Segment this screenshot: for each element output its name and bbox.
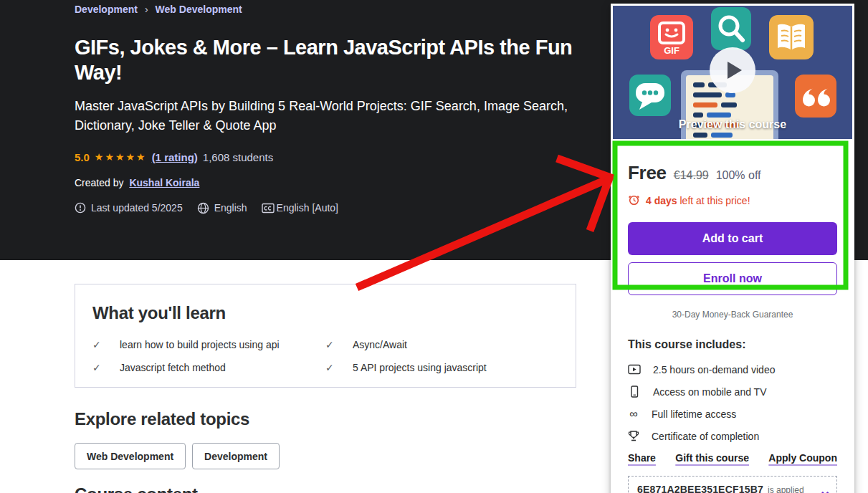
rating-count-link[interactable]: (1 rating): [152, 151, 198, 163]
instructor-link[interactable]: Kushal Koirala: [129, 177, 199, 188]
course-captions: English [Auto]: [277, 202, 338, 214]
original-price: €14.99: [674, 169, 709, 182]
rating-value: 5.0: [75, 151, 90, 163]
star-rating-icon: ★★★★★: [95, 151, 147, 163]
breadcrumb-development[interactable]: Development: [75, 4, 138, 15]
svg-text:GIF: GIF: [664, 45, 679, 56]
includes-item: ∞ Full lifetime access: [628, 408, 837, 420]
sidebar-links-row: Share Gift this course Apply Coupon: [628, 452, 837, 464]
learn-item-label: 5 API projects using javascript: [353, 362, 487, 373]
includes-label: Certificate of completion: [652, 431, 759, 442]
trophy-icon: [628, 430, 639, 442]
current-price: Free: [628, 162, 667, 184]
search-icon: [711, 7, 751, 50]
includes-label: 2.5 hours on-demand video: [653, 364, 775, 375]
chat-icon: [629, 75, 671, 116]
course-language: English: [214, 202, 247, 214]
breadcrumb-separator-icon: ›: [145, 4, 148, 15]
share-link[interactable]: Share: [628, 452, 656, 464]
learn-item-label: Javascript fetch method: [120, 362, 226, 373]
quote-icon: [795, 75, 836, 118]
includes-item: Certificate of completion: [628, 430, 837, 442]
learn-item-label: Async/Await: [353, 339, 407, 350]
check-icon: ✓: [325, 362, 335, 373]
created-by-row: Created by Kushal Koirala: [75, 177, 580, 188]
check-icon: ✓: [325, 339, 335, 350]
course-preview-video[interactable]: GIF: [613, 6, 852, 139]
check-icon: ✓: [92, 362, 102, 373]
applied-coupon-box: 6E871A2BEE351ECF15B7 is applied Instruct…: [628, 476, 837, 493]
gift-course-link[interactable]: Gift this course: [675, 452, 749, 464]
price-row: Free €14.99 100% off: [628, 162, 837, 184]
learn-item-label: learn how to build projects using api: [120, 339, 280, 350]
infinity-icon: ∞: [628, 408, 639, 420]
learn-item: ✓ Javascript fetch method: [92, 362, 325, 373]
coupon-code: 6E871A2BEE351ECF15B7: [637, 484, 763, 493]
close-icon[interactable]: ×: [821, 488, 829, 493]
video-play-icon: [628, 364, 641, 375]
breadcrumb: Development › Web Development: [75, 4, 580, 15]
rating-row: 5.0 ★★★★★ (1 rating) 1,608 students: [75, 151, 580, 163]
course-includes-title: This course includes:: [628, 338, 837, 351]
alert-icon: [75, 202, 86, 214]
learn-item: ✓ learn how to build projects using api: [92, 339, 325, 350]
book-icon: [769, 15, 814, 59]
related-topics-title: Explore related topics: [75, 409, 280, 429]
learn-item: ✓ 5 API projects using javascript: [325, 362, 558, 373]
course-content-heading: Course content: [75, 484, 198, 493]
course-subtitle: Master JavaScript APIs by Building 5 Rea…: [75, 97, 569, 135]
money-back-guarantee: 30-Day Money-Back Guarantee: [628, 310, 837, 320]
includes-label: Full lifetime access: [652, 408, 736, 420]
includes-item: Access on mobile and TV: [628, 386, 837, 398]
alarm-clock-icon: [628, 193, 640, 208]
closed-caption-icon: [262, 203, 275, 214]
last-updated-text: Last updated 5/2025: [91, 202, 183, 214]
what-youll-learn-title: What you'll learn: [92, 303, 558, 323]
includes-item: 2.5 hours on-demand video: [628, 363, 837, 375]
urgency-text: left at this price!: [679, 195, 750, 206]
created-by-label: Created by: [75, 177, 123, 188]
learn-item: ✓ Async/Await: [325, 339, 558, 350]
students-count: 1,608 students: [203, 151, 273, 163]
enroll-now-button[interactable]: Enroll now: [628, 262, 837, 295]
globe-icon: [197, 202, 209, 214]
gif-icon: GIF: [650, 15, 693, 59]
days-left: 4 days: [646, 195, 677, 206]
add-to-cart-button[interactable]: Add to cart: [628, 222, 837, 255]
coupon-applied-text: is applied: [768, 485, 804, 493]
preview-course-label[interactable]: Preview this course: [613, 118, 852, 131]
what-youll-learn-box: What you'll learn ✓ learn how to build p…: [75, 284, 576, 388]
breadcrumb-web-development[interactable]: Web Development: [156, 4, 242, 15]
sale-urgency-row: 4 days left at this price!: [628, 193, 837, 208]
topic-button-development[interactable]: Development: [192, 443, 280, 469]
explore-related-topics: Explore related topics Web Development D…: [75, 409, 280, 469]
discount-percent: 100% off: [716, 169, 761, 182]
play-button-icon[interactable]: [710, 47, 755, 93]
mobile-icon: [628, 386, 641, 398]
purchase-sidebar: GIF: [611, 4, 854, 493]
apply-coupon-link[interactable]: Apply Coupon: [768, 452, 837, 464]
course-title: GIFs, Jokes & More – Learn JavaScript AP…: [75, 35, 576, 86]
course-meta-row: Last updated 5/2025 English English [Aut…: [75, 202, 580, 214]
check-icon: ✓: [92, 339, 102, 350]
topic-button-web-development[interactable]: Web Development: [75, 443, 186, 469]
includes-label: Access on mobile and TV: [653, 386, 767, 398]
